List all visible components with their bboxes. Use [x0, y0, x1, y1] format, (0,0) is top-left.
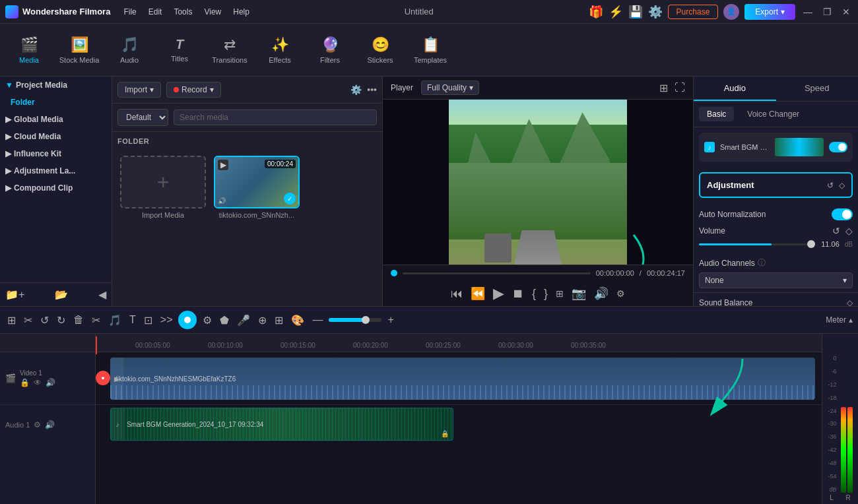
mark-out-button[interactable]: }	[544, 287, 548, 301]
menu-view[interactable]: View	[204, 7, 221, 16]
toolbar-stickers[interactable]: 😊 Stickers	[356, 26, 404, 74]
frame-back-button[interactable]: ⏪	[471, 286, 485, 301]
text-button[interactable]: T	[127, 312, 138, 328]
audio-speaker-icon[interactable]: 🔊	[45, 420, 55, 429]
import-button[interactable]: Import ▾	[117, 82, 161, 98]
tab-speed[interactable]: Speed	[776, 77, 859, 101]
sidebar-item-influence-kit[interactable]: ▶ Influence Kit	[0, 145, 112, 162]
auto-norm-toggle[interactable]	[832, 208, 853, 220]
menu-tools[interactable]: Tools	[174, 7, 192, 16]
toolbar-stock-media[interactable]: 🖼️ Stock Media	[55, 26, 103, 74]
sidebar-item-cloud-media[interactable]: ▶ Cloud Media	[0, 128, 112, 145]
audio-button[interactable]: 🔊	[594, 286, 609, 301]
purchase-button[interactable]: Purchase	[668, 5, 719, 19]
menu-help[interactable]: Help	[233, 7, 249, 16]
video-visibility-icon[interactable]: 👁	[34, 378, 42, 387]
add-marker-button[interactable]: ⊞	[556, 288, 564, 299]
tiktok-video-item[interactable]: ▶ 🔊 00:00:24 ✓ tiktokio.com_SNnNzh...	[214, 156, 300, 219]
record-circle-button[interactable]	[178, 311, 197, 329]
audio-clip[interactable]: ♪ Smart BGM Generation_2024_10_17 09:32:…	[110, 408, 453, 441]
video-mute-icon[interactable]: 🔊	[46, 378, 55, 387]
video-lock-icon[interactable]: 🔒	[20, 378, 30, 387]
zoom-slider[interactable]	[329, 318, 381, 322]
audio-settings-icon[interactable]: ⚙	[34, 420, 41, 429]
sub-tab-voice-changer[interactable]: Voice Changer	[739, 107, 807, 121]
sidebar-item-global-media[interactable]: ▶ Global Media	[0, 111, 112, 128]
scene-detect-button[interactable]: ⊞	[5, 312, 18, 329]
color-button[interactable]: 🎨	[289, 312, 306, 329]
snapshot-button[interactable]: 📷	[572, 286, 586, 301]
stop-button[interactable]: ⏹	[512, 287, 524, 301]
channels-select[interactable]: None ▾	[699, 272, 853, 288]
grid-view-icon[interactable]: ⊞	[659, 82, 668, 94]
toolbar-filters[interactable]: 🔮 Filters	[306, 26, 354, 74]
close-button[interactable]: ✕	[840, 7, 853, 17]
zoom-in-button[interactable]: +	[385, 312, 395, 328]
sort-select[interactable]: Default	[117, 109, 168, 126]
more-options-icon[interactable]: •••	[367, 84, 377, 95]
join-button[interactable]: ⊕	[256, 312, 269, 329]
skip-back-button[interactable]: ⏮	[451, 287, 463, 301]
voice-button[interactable]: 🎤	[235, 312, 252, 329]
menu-edit[interactable]: Edit	[148, 7, 162, 16]
lightning-icon[interactable]: ⚡	[609, 5, 623, 19]
filter-icon[interactable]: ⚙️	[350, 84, 362, 95]
timeline-scrubber[interactable]	[403, 272, 591, 274]
tiktok-video-thumb[interactable]: ▶ 🔊 00:00:24 ✓	[214, 156, 300, 208]
play-button[interactable]: ▶	[493, 285, 504, 302]
trim-button[interactable]: ✂	[22, 312, 34, 329]
toolbar-media[interactable]: 🎬 Media	[5, 26, 53, 74]
tab-audio[interactable]: Audio	[694, 77, 776, 101]
save-cloud-icon[interactable]: 💾	[628, 5, 643, 19]
video-clip[interactable]: tiktokio.com_SNnNzhNESMGbEfaKzTZ6 ▶	[110, 358, 815, 400]
collapse-button[interactable]: ◀	[98, 288, 106, 301]
sub-tab-basic[interactable]: Basic	[699, 107, 734, 121]
mark-in-button[interactable]: {	[532, 287, 536, 301]
toolbar-transitions[interactable]: ⇄ Transitions	[206, 26, 253, 74]
more-tools-button[interactable]: >>	[158, 312, 175, 328]
diamond-icon[interactable]: ◇	[839, 181, 845, 190]
mask-button[interactable]: ⬟	[218, 312, 231, 329]
cut-button[interactable]: ✂	[90, 312, 102, 329]
toolbar-titles[interactable]: T Titles	[156, 26, 203, 74]
redo-button[interactable]: ↻	[55, 312, 67, 329]
volume-reset-icon[interactable]: ↺	[832, 226, 840, 236]
sidebar-item-compound-clip[interactable]: ▶ Compound Clip	[0, 179, 112, 197]
undo-button[interactable]: ↺	[38, 312, 51, 329]
record-button[interactable]: Record ▾	[166, 82, 221, 98]
bgm-toggle[interactable]	[829, 142, 847, 152]
more-button[interactable]: ⚙	[616, 288, 625, 299]
menu-file[interactable]: File	[123, 7, 136, 16]
sidebar-item-folder[interactable]: Folder	[0, 94, 112, 111]
export-button[interactable]: Export ▾	[744, 4, 795, 20]
search-input[interactable]	[174, 110, 377, 125]
audio-detach-button[interactable]: 🎵	[106, 312, 123, 329]
import-placeholder-thumb[interactable]: +	[120, 156, 206, 208]
meter-chevron-icon: ▴	[849, 315, 853, 325]
toolbar-effects[interactable]: ✨ Effects	[256, 26, 304, 74]
sidebar-item-project-media[interactable]: ▼ Project Media	[0, 77, 112, 94]
reset-icon[interactable]: ↺	[827, 181, 834, 190]
import-placeholder-item[interactable]: + Import Media	[120, 156, 206, 219]
meter-button[interactable]: Meter ▴	[826, 315, 853, 325]
time-ruler[interactable]: 00:00:05:00 00:00:10:00 00:00:15:00 00:0…	[96, 334, 822, 352]
toolbar-templates[interactable]: 📋 Templates	[407, 26, 454, 74]
settings-icon[interactable]: ⚙️	[648, 5, 663, 19]
crop-button[interactable]: ⊡	[142, 312, 154, 329]
bgm-title: Smart BGM Genera...	[720, 143, 770, 151]
replace-button[interactable]: ⊞	[273, 312, 285, 329]
fullscreen-icon[interactable]: ⛶	[675, 82, 685, 94]
maximize-button[interactable]: ❐	[820, 7, 834, 17]
volume-keyframe-icon[interactable]: ◇	[845, 226, 853, 236]
delete-button[interactable]: 🗑	[71, 312, 86, 328]
quality-select[interactable]: Full Quality ▾	[421, 80, 479, 95]
volume-slider[interactable]	[699, 243, 811, 245]
minimize-button[interactable]: —	[801, 7, 815, 17]
new-folder-button[interactable]: 📂	[55, 288, 68, 301]
sidebar-item-adjustment[interactable]: ▶ Adjustment La...	[0, 162, 112, 179]
gift-icon[interactable]: 🎁	[589, 5, 603, 19]
zoom-out-button[interactable]: —	[310, 312, 325, 328]
add-folder-button[interactable]: 📁+	[5, 288, 24, 301]
speed-button[interactable]: ⚙	[201, 312, 214, 329]
toolbar-audio[interactable]: 🎵 Audio	[106, 26, 153, 74]
